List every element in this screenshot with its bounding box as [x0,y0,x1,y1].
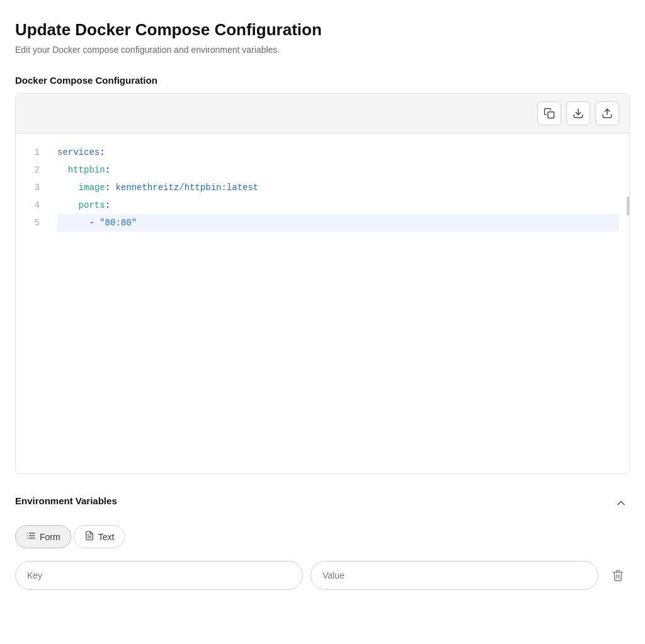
doc-icon [84,531,94,543]
env-label: Environment Variables [15,495,117,506]
page-title: Update Docker Compose Configuration [15,20,630,40]
download-button[interactable] [566,101,590,125]
delete-row-button[interactable] [606,563,630,587]
env-header: Environment Variables [15,494,630,515]
svg-rect-0 [548,112,554,118]
code-line-1: services: [57,144,619,161]
tab-text-label: Text [98,532,115,542]
copy-button[interactable] [537,101,561,125]
tab-text[interactable]: Text [74,525,125,548]
editor-toolbar [16,94,629,133]
tab-form-label: Form [40,532,60,542]
code-line-5: - "80:80" [57,214,619,232]
code-line-3: image: kennethreitz/httpbin:latest [57,179,619,196]
value-input[interactable] [311,561,598,590]
key-input[interactable] [15,561,303,590]
code-text[interactable]: services: httpbin: image: kennethreitz/h… [47,133,629,473]
tab-form[interactable]: Form [15,525,71,548]
line-numbers: 1 2 3 4 5 [16,133,47,473]
collapse-button[interactable] [612,494,630,515]
code-line-4: ports: [57,196,619,214]
env-tab-group: Form Text [15,525,630,548]
upload-button[interactable] [595,101,619,125]
env-variables-section: Environment Variables Form [15,494,630,590]
code-editor: 1 2 3 4 5 services: httpbin: image: kenn… [15,93,630,474]
docker-compose-section: Docker Compose Configuration [15,75,630,474]
code-line-2: httpbin: [57,161,619,179]
env-key-value-row [15,561,630,590]
page-subtitle: Edit your Docker compose configuration a… [15,45,630,55]
code-content-area[interactable]: 1 2 3 4 5 services: httpbin: image: kenn… [16,133,629,473]
docker-compose-label: Docker Compose Configuration [15,75,630,86]
list-icon [26,531,36,543]
